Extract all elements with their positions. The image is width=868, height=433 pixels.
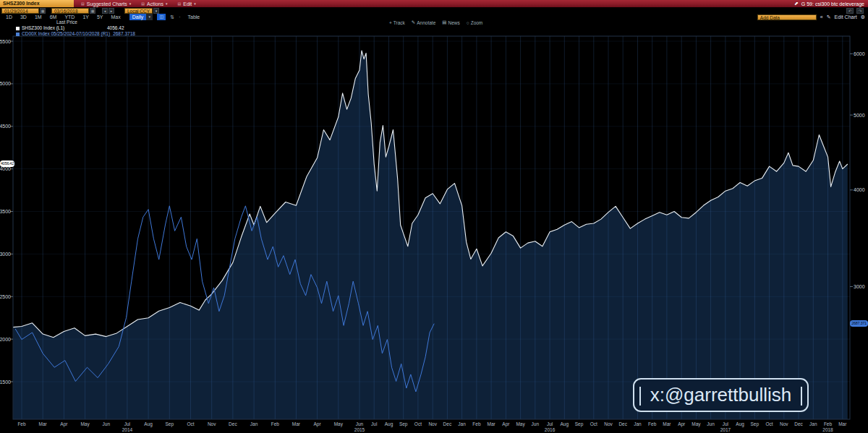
x-axis-year-label: 2017 [720, 427, 731, 432]
x-axis-month-label: Jul [371, 421, 378, 426]
table-button[interactable]: Table [188, 14, 200, 20]
range-6m[interactable]: 6M [50, 14, 57, 20]
track-label: Track [393, 20, 405, 25]
x-axis-month-label: Jul [723, 421, 729, 426]
news-icon: ▤ [442, 20, 446, 25]
series-label: CD00X Index 05/25/2024-07/10/2028 (R1) [22, 31, 110, 37]
x-axis-month-label: Jan [250, 421, 258, 426]
legend-row-shsz300[interactable]: SHSZ300 Index (L1) 4056.42 [16, 25, 135, 31]
menu-icon: ▤ [178, 1, 182, 6]
x-axis-month-label: Dec [443, 421, 452, 426]
range-1y[interactable]: 1Y [82, 14, 89, 20]
chevron-down-icon: ▾ [166, 1, 168, 6]
annotate-icon: ✎ [412, 20, 415, 25]
x-axis-month-label: Mar [39, 421, 48, 426]
range-max[interactable]: Max [111, 14, 121, 20]
export-icon[interactable]: ⬈ [794, 1, 799, 7]
left-axis-label: 5500 [0, 39, 11, 44]
updown-icon[interactable]: ⇅ [170, 14, 174, 20]
title-bar: SHSZ300 Index ▤ Suggested Charts ▾ ▤ Act… [0, 0, 868, 7]
chevron-down-icon[interactable]: ▾ [153, 8, 159, 14]
range-3d[interactable]: 3D [20, 14, 27, 20]
add-data-input[interactable]: Add Data [757, 14, 817, 20]
security-ticker-field[interactable]: SHSZ300 Index [0, 0, 74, 7]
range-1d[interactable]: 1D [6, 14, 12, 20]
date-to-input[interactable]: 03/16/2018 [51, 8, 89, 14]
track-button[interactable]: + Track [389, 20, 405, 25]
pencil-icon[interactable]: ✎ [827, 14, 831, 20]
x-axis-month-label: Sep [166, 421, 174, 427]
redo-icon[interactable]: ↷ [856, 8, 864, 14]
x-axis-month-label: Jun [532, 421, 540, 426]
chart-title: G 59: csi300 btc deleverage [801, 1, 864, 7]
chart-title-area: ⬈ G 59: csi300 btc deleverage [794, 1, 868, 7]
period-value: Daily [129, 14, 147, 20]
menu-icon: ▤ [81, 1, 85, 6]
left-axis-label: 3000 [0, 252, 11, 257]
annotate-label: Annotate [417, 20, 435, 25]
step-forward-button[interactable]: ▸ [109, 8, 114, 14]
zoom-button[interactable]: ○ Zoom [467, 20, 483, 25]
menu-label: Actions [147, 1, 163, 7]
x-axis-month-label: Jul [547, 421, 553, 426]
x-axis-month-label: Jun [356, 421, 364, 426]
x-axis-month-label: Nov [780, 421, 788, 426]
step-back-button[interactable]: ◂ [102, 8, 108, 14]
edit-chart-button[interactable]: Edit Chart [835, 14, 857, 20]
chart-tool-strip: + Track ✎ Annotate ▤ News ○ Zoom [389, 20, 482, 25]
gear-icon[interactable]: ⚙ [861, 14, 865, 20]
zoom-icon: ○ [467, 20, 469, 25]
x-axis-month-label: Sep [751, 421, 760, 427]
x-axis-month-label: May [80, 421, 90, 427]
legend-heading: Last Price [56, 20, 135, 25]
chart-type-button[interactable]: ◫ [157, 14, 166, 20]
zoom-label: Zoom [471, 20, 483, 25]
x-axis-year-label: 2016 [545, 427, 556, 432]
last-price-badge-left: 4056.42 [0, 160, 14, 167]
menu-suggested-charts[interactable]: ▤ Suggested Charts ▾ [81, 1, 131, 7]
x-axis-month-label: May [516, 421, 525, 427]
left-axis-label: 2500 [0, 294, 11, 299]
range-toolbar: 1D 3D 1M 6M YTD 1Y 5Y Max Daily ▾ ◫ ⇅ · … [0, 14, 868, 20]
calendar-icon[interactable]: ▦ [90, 8, 95, 14]
x-axis-month-label: Oct [414, 421, 422, 426]
range-1m[interactable]: 1M [35, 14, 42, 20]
x-axis-month-label: Mar [292, 421, 301, 426]
x-axis-month-label: Feb [17, 421, 26, 426]
history-buttons: ↶ ↷ [846, 8, 868, 14]
date-from-input[interactable]: 01/29/2014 [1, 8, 39, 14]
x-axis-month-label: Oct [766, 421, 773, 426]
legend-row-overlay[interactable]: CD00X Index 05/25/2024-07/10/2028 (R1) 2… [16, 31, 135, 37]
range-buttons: 1D 3D 1M 6M YTD 1Y 5Y Max [6, 14, 121, 20]
x-axis-year-label: 2018 [822, 427, 833, 432]
x-axis-month-label: Jun [103, 421, 111, 426]
x-axis-month-label: Feb [648, 421, 657, 426]
right-axis-label: 3000 [854, 284, 865, 289]
x-axis-month-label: Jan [634, 421, 642, 426]
undo-icon[interactable]: ↶ [846, 8, 854, 14]
annotate-button[interactable]: ✎ Annotate [412, 20, 435, 25]
right-axis-label: 5000 [854, 113, 865, 118]
range-ytd[interactable]: YTD [64, 14, 75, 20]
menu-actions[interactable]: ▤ Actions ▾ [141, 1, 167, 7]
chevron-down-icon: ▾ [129, 1, 132, 6]
x-axis-month-label: May [692, 421, 701, 427]
range-5y[interactable]: 5Y [97, 14, 103, 20]
x-axis-month-label: Apr [678, 421, 686, 427]
menu-edit[interactable]: ▤ Edit ▾ [178, 1, 196, 7]
x-axis-month-label: Aug [561, 421, 569, 427]
collapse-icon[interactable]: « [820, 14, 823, 20]
calendar-icon[interactable]: ▦ [40, 8, 46, 14]
watermark-text: x:@garrettbullish [650, 384, 791, 406]
chart-legend: Last Price SHSZ300 Index (L1) 4056.42 CD… [16, 20, 135, 37]
x-axis-month-label: Jan [809, 421, 817, 426]
x-axis-month-label: Oct [590, 421, 597, 426]
left-axis-label: 5000 [0, 81, 11, 86]
currency-select[interactable]: Local CCY [124, 8, 153, 14]
period-select[interactable]: Daily ▾ [129, 14, 153, 20]
series-label: SHSZ300 Index (L1) [22, 25, 107, 31]
x-axis-month-label: Feb [271, 421, 280, 426]
news-button[interactable]: ▤ News [442, 20, 459, 25]
dot-separator: · [179, 14, 180, 20]
chart-canvas[interactable]: 5500500045004000350030002500200015006000… [0, 0, 868, 433]
